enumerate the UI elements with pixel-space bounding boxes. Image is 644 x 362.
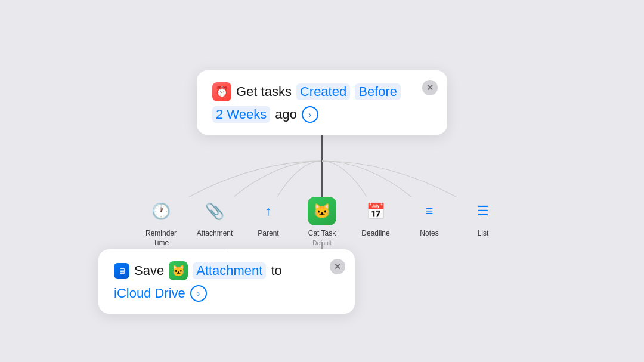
- branches-row: 🕐 ReminderTime 📎 Attachment ↑ Parent 🐱 C…: [0, 197, 644, 247]
- top-card-close-button[interactable]: ✕: [422, 80, 438, 95]
- before-param[interactable]: Before: [355, 83, 401, 100]
- created-param[interactable]: Created: [296, 83, 350, 100]
- top-card: ✕ ⏰ Get tasks Created Before 2 Weeks ago…: [197, 70, 447, 135]
- bottom-card: ✕ 🖥 Save 🐱 Attachment to iCloud Drive ›: [98, 249, 355, 314]
- list-icon: ☰: [469, 197, 497, 225]
- parent-label: Parent: [258, 229, 278, 239]
- list-label: List: [478, 229, 489, 239]
- attachment-app-icon: 🐱: [169, 261, 188, 280]
- deadline-icon: 📅: [361, 197, 390, 225]
- notes-label: Notes: [420, 229, 438, 239]
- branch-deadline[interactable]: 📅 Deadline: [349, 197, 402, 239]
- branch-list[interactable]: ☰ List: [456, 197, 510, 239]
- get-tasks-label: Get tasks: [236, 84, 292, 100]
- to-label: to: [271, 263, 281, 279]
- bottom-card-close-button[interactable]: ✕: [330, 259, 345, 274]
- reminders-app-icon: ⏰: [212, 82, 231, 101]
- bottom-card-line2: iCloud Drive ›: [114, 285, 339, 302]
- branch-cat-task[interactable]: 🐱 Cat Task Default: [295, 197, 349, 246]
- branch-notes[interactable]: ≡ Notes: [402, 197, 456, 239]
- reminder-time-label: ReminderTime: [145, 229, 177, 247]
- save-app-icon: 🖥: [114, 263, 129, 279]
- ago-label: ago: [275, 107, 297, 122]
- canvas: ✕ ⏰ Get tasks Created Before 2 Weeks ago…: [0, 0, 644, 362]
- notes-icon: ≡: [415, 197, 444, 225]
- top-card-line1: ⏰ Get tasks Created Before: [212, 82, 432, 101]
- parent-icon: ↑: [254, 197, 283, 225]
- top-card-line2: 2 Weeks ago ›: [212, 106, 432, 123]
- branch-parent[interactable]: ↑ Parent: [242, 197, 295, 239]
- save-label: Save: [134, 263, 164, 279]
- branch-attachment[interactable]: 📎 Attachment: [188, 197, 242, 239]
- deadline-label: Deadline: [361, 229, 389, 239]
- branch-reminder-time[interactable]: 🕐 ReminderTime: [134, 197, 188, 247]
- cat-task-sublabel: Default: [312, 240, 332, 246]
- bottom-card-arrow-button[interactable]: ›: [190, 285, 207, 302]
- attachment-icon: 📎: [200, 197, 229, 225]
- attachment-bottom-label[interactable]: Attachment: [193, 262, 266, 279]
- attachment-label: Attachment: [197, 229, 233, 239]
- bottom-card-line1: 🖥 Save 🐱 Attachment to: [114, 261, 339, 280]
- cat-task-label: Cat Task: [308, 229, 336, 239]
- top-card-arrow-button[interactable]: ›: [302, 106, 318, 123]
- reminder-time-icon: 🕐: [147, 197, 175, 225]
- icloud-drive-label[interactable]: iCloud Drive: [114, 286, 185, 301]
- 2weeks-param[interactable]: 2 Weeks: [212, 106, 270, 123]
- cat-task-icon: 🐱: [308, 197, 336, 225]
